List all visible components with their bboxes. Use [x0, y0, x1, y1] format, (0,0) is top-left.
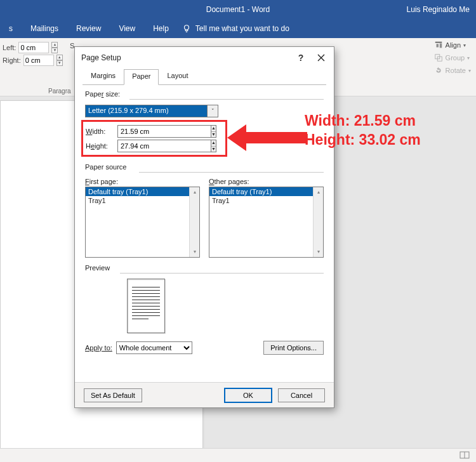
svg-rect-2	[436, 44, 439, 47]
paper-size-value: Letter (215.9 x 279.4 mm)	[85, 105, 207, 117]
tab-layout[interactable]: Layout	[159, 69, 196, 84]
indent-left-spinner[interactable]: ▲▼	[51, 42, 58, 53]
list-item[interactable]: Default tray (Tray1)	[209, 187, 323, 196]
indent-left-label: Left:	[3, 44, 16, 51]
indent-left-input[interactable]	[18, 42, 49, 53]
close-icon	[317, 54, 325, 62]
chevron-down-icon: ▾	[463, 43, 466, 48]
svg-rect-1	[435, 42, 442, 43]
apply-to-select[interactable]: Whole document	[116, 341, 192, 354]
indent-right-input[interactable]	[23, 55, 54, 66]
annotation-highlight-box: Width: ▲▼ Height: ▲▼	[81, 120, 227, 157]
preview-page	[127, 279, 165, 333]
indent-right-label: Right:	[3, 56, 21, 64]
group-icon	[434, 53, 443, 62]
svg-point-0	[184, 25, 188, 30]
svg-rect-3	[439, 43, 442, 48]
reading-view-icon[interactable]	[459, 451, 470, 460]
window-title: Document1 - Word	[206, 5, 270, 14]
tellme-label: Tell me what you want to do	[195, 24, 289, 33]
height-input[interactable]: ▲▼	[117, 140, 215, 152]
print-options-button[interactable]: Print Options...	[263, 341, 324, 355]
rotate-button: Rotate▾	[434, 66, 471, 75]
annotation-arrow	[227, 124, 307, 151]
page-setup-dialog: Page Setup ? Margins Paper Layout Paper …	[74, 46, 334, 408]
tab-margins[interactable]: Margins	[83, 69, 124, 84]
scrollbar[interactable]: ▴▾	[313, 187, 323, 257]
dialog-tabs: Margins Paper Layout	[83, 69, 326, 85]
tab-help[interactable]: Help	[144, 19, 178, 38]
cancel-button[interactable]: Cancel	[278, 388, 325, 402]
tab-partial[interactable]: s	[0, 19, 22, 38]
chevron-down-icon[interactable]: ˅	[207, 105, 218, 117]
width-input[interactable]: ▲▼	[117, 125, 215, 138]
preview-section: Preview	[85, 264, 324, 333]
paper-source-section: Paper source First page: Default tray (T…	[85, 163, 324, 258]
group-button: Group▾	[434, 53, 471, 62]
width-label: Width:	[86, 128, 115, 135]
tab-review[interactable]: Review	[67, 19, 110, 38]
height-spinner[interactable]: ▲▼	[211, 140, 216, 152]
help-button[interactable]: ?	[294, 51, 307, 64]
align-button[interactable]: Align▾	[434, 41, 471, 50]
align-icon	[434, 41, 443, 50]
ribbon-tabs: s Mailings Review View Help Tell me what…	[0, 19, 476, 38]
dialog-title: Page Setup	[81, 53, 121, 62]
tab-mailings[interactable]: Mailings	[22, 19, 67, 38]
paper-size-combo[interactable]: Letter (215.9 x 279.4 mm) ˅	[85, 105, 218, 117]
tellme-search[interactable]: Tell me what you want to do	[178, 23, 289, 34]
width-spinner[interactable]: ▲▼	[211, 125, 216, 138]
tab-paper[interactable]: Paper	[124, 69, 159, 85]
list-item[interactable]: Tray1	[86, 196, 199, 205]
group-label-paragraph: Paragra	[48, 88, 71, 95]
tab-view[interactable]: View	[110, 19, 144, 38]
set-as-default-button[interactable]: Set As Default	[84, 388, 142, 402]
dialog-titlebar: Page Setup ?	[75, 47, 334, 69]
apply-to-label: Apply to:	[85, 344, 112, 352]
rotate-icon	[434, 66, 443, 75]
chevron-down-icon: ▾	[467, 55, 470, 61]
status-bar	[0, 448, 476, 462]
other-pages-label: Other pages:	[209, 178, 324, 185]
paper-source-label: Paper source	[85, 163, 324, 171]
preview-label: Preview	[85, 264, 324, 272]
scrollbar[interactable]: ▴▾	[189, 187, 199, 257]
first-page-label: First page:	[85, 178, 200, 185]
list-item[interactable]: Tray1	[209, 196, 323, 205]
paper-size-label: Paper size:	[85, 90, 324, 98]
lightbulb-icon	[182, 23, 192, 34]
close-button[interactable]	[315, 51, 327, 64]
arrange-group: Align▾ Group▾ Rotate▾	[434, 41, 471, 79]
app-titlebar: Document1 - Word Luis Reginaldo Me	[0, 0, 476, 19]
height-label: Height:	[86, 142, 115, 150]
annotation-text: Width: 21.59 cm Height: 33.02 cm	[305, 111, 421, 149]
chevron-down-icon: ▾	[468, 68, 471, 74]
other-pages-listbox[interactable]: Default tray (Tray1) Tray1 ▴▾	[209, 187, 324, 258]
first-page-listbox[interactable]: Default tray (Tray1) Tray1 ▴▾	[85, 187, 200, 258]
ok-button[interactable]: OK	[225, 388, 272, 402]
list-item[interactable]: Default tray (Tray1)	[86, 187, 199, 196]
indent-right-spinner[interactable]: ▲▼	[56, 55, 63, 66]
user-name: Luis Reginaldo Me	[407, 5, 470, 14]
dialog-footer: Set As Default OK Cancel	[75, 382, 334, 407]
